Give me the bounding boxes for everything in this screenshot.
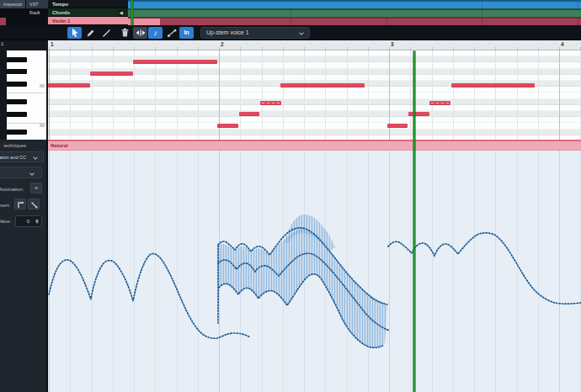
midi-note[interactable] (408, 112, 429, 116)
midi-note[interactable] (217, 124, 238, 128)
track-header-chords[interactable]: Chords ◀ (48, 8, 128, 17)
select-tool-button[interactable] (67, 27, 82, 39)
midi-note[interactable] (280, 83, 365, 87)
chevron-down-icon (29, 171, 35, 176)
add-automation-button[interactable]: + (30, 183, 42, 193)
technique-lane[interactable]: Natural (48, 140, 581, 151)
gridline (262, 50, 263, 140)
pitch-row (48, 117, 581, 123)
tab-vst-rack[interactable]: VST Rack (26, 0, 48, 8)
black-key[interactable] (7, 69, 27, 74)
midi-note[interactable] (90, 72, 133, 76)
notation-input-tool-button[interactable]: In (179, 27, 194, 39)
ruler-tick (432, 47, 433, 50)
chords-label: Chords (52, 10, 70, 15)
pitch-row (48, 93, 581, 98)
automation-label: Automation: (0, 187, 24, 192)
draw-tool-button[interactable] (83, 27, 98, 39)
measure-number: 4 (561, 41, 564, 47)
white-keys[interactable] (7, 50, 46, 140)
note-tool-button[interactable]: ♪ (148, 27, 163, 39)
measure-number: 1 (51, 41, 54, 47)
voice-selector-dropdown[interactable]: Up-stem voice 1 (200, 27, 310, 39)
tempo-track-lane[interactable] (128, 0, 581, 8)
spinner-down-icon[interactable] (35, 221, 39, 224)
white-key-separator (7, 93, 46, 93)
collapse-panel-icon[interactable]: ‹ (37, 9, 40, 16)
key-label-chip (40, 84, 45, 87)
track-header-tempo[interactable]: Tempo (48, 0, 128, 8)
midi-note[interactable] (260, 101, 281, 105)
black-key[interactable] (7, 82, 27, 87)
pitch-row (48, 130, 581, 135)
midi-note[interactable] (133, 60, 217, 64)
gridline (538, 50, 539, 140)
ruler-corner-label: 1 (1, 41, 3, 46)
ruler-tick (517, 47, 518, 50)
pitch-curve-segment-c[interactable] (388, 233, 581, 304)
violin-track-color-tab (0, 18, 6, 25)
editor-type-dropdown[interactable]: Automation and CC (0, 151, 44, 162)
track-header-violin[interactable]: Violin 1 (48, 17, 128, 25)
value-spinner[interactable]: 0 (15, 215, 42, 227)
ruler-tick (495, 47, 496, 50)
playhead-main[interactable] (413, 51, 415, 392)
piano-keyboard[interactable] (0, 50, 48, 140)
automation-target-dropdown[interactable] (0, 167, 42, 178)
key-label-chip (40, 124, 45, 127)
midi-note[interactable] (239, 112, 259, 116)
ruler-tick (389, 47, 390, 50)
timeline-ruler[interactable]: 1234 (48, 40, 581, 50)
chords-track-lane[interactable] (128, 8, 581, 17)
ruler-tick (240, 47, 241, 50)
convert-label: Convert: (0, 203, 10, 208)
midi-note[interactable] (387, 124, 408, 128)
erase-tool-button[interactable] (118, 27, 132, 39)
tab-inspector[interactable]: Inspector (0, 0, 25, 8)
track-overview: Inspector VST Rack ‹ Tempo Chords ◀ Viol… (0, 0, 581, 25)
ruler-tick (410, 47, 411, 50)
ruler-tick (304, 47, 305, 50)
midi-note[interactable] (48, 83, 90, 87)
pitch-row (48, 123, 581, 129)
black-key[interactable] (7, 112, 27, 117)
chevron-down-icon (33, 155, 38, 160)
black-key[interactable] (7, 130, 27, 135)
ruler-tick (453, 47, 454, 50)
pitch-automation-lane[interactable] (48, 151, 581, 392)
midi-note[interactable] (451, 83, 535, 87)
line-tool-button[interactable] (99, 27, 114, 39)
violin-track-lane[interactable] (128, 17, 581, 25)
pitch-row (48, 50, 581, 56)
gridline (92, 50, 93, 140)
convert-to-steps-button[interactable] (14, 199, 26, 209)
gridline (432, 50, 433, 140)
gridline (368, 50, 369, 140)
chords-collapse-icon[interactable]: ◀ (118, 9, 125, 16)
black-key[interactable] (7, 57, 27, 62)
measure-number: 3 (391, 41, 394, 47)
value-spinner-value: 0 (27, 219, 29, 224)
piano-roll[interactable] (48, 50, 581, 140)
convert-to-ramp-button[interactable] (28, 199, 40, 209)
gridline (517, 50, 518, 140)
pitch-row (48, 99, 581, 105)
midi-note[interactable] (429, 101, 450, 105)
gridline (410, 50, 411, 140)
trim-tool-button[interactable] (133, 27, 147, 39)
note-icon: ♪ (153, 29, 157, 37)
gridline (283, 50, 284, 140)
pitch-row (48, 87, 581, 93)
ruler-tick (262, 47, 263, 50)
ruler-corner: 1 (0, 40, 48, 50)
glissando-tool-button[interactable] (164, 27, 179, 39)
ruler-tick (92, 47, 93, 50)
gridline (453, 50, 454, 140)
techniques-section-label: techniques (3, 143, 26, 148)
gridline (70, 50, 71, 140)
ruler-tick (559, 47, 560, 50)
ruler-tick (177, 47, 178, 50)
ruler-tick (198, 47, 199, 50)
pitch-curve-canvas[interactable] (48, 151, 581, 392)
black-key[interactable] (7, 99, 27, 104)
